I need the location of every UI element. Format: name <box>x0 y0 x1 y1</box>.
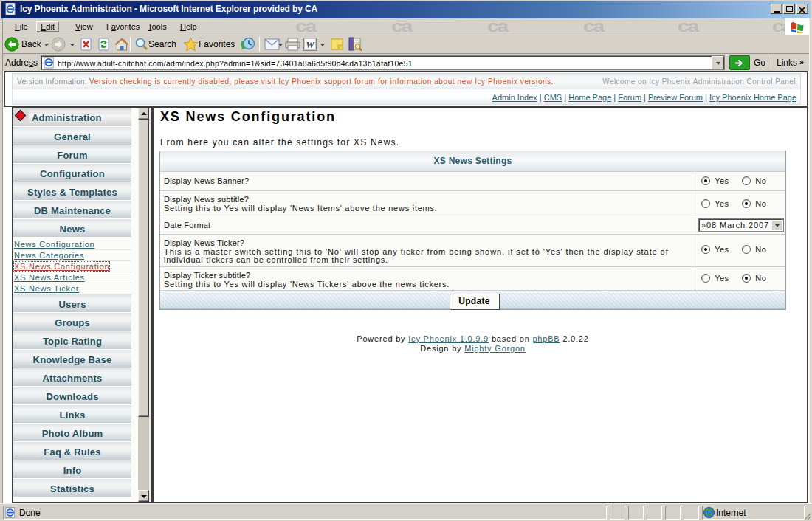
svg-text:W: W <box>306 39 315 50</box>
